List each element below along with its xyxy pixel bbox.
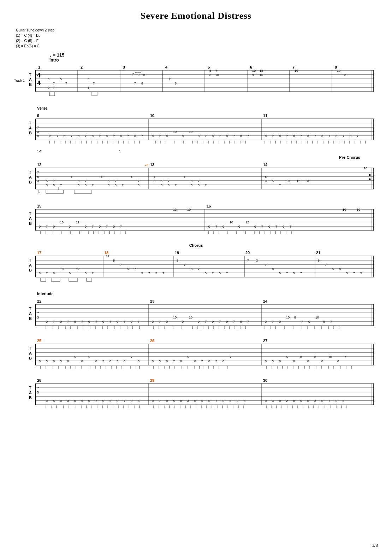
- svg-text:7: 7: [300, 134, 302, 138]
- svg-text:0: 0: [293, 134, 295, 138]
- svg-text:5: 5: [161, 179, 162, 183]
- svg-text:5: 5: [74, 355, 76, 359]
- svg-text:0: 0: [279, 399, 281, 403]
- svg-text:0: 0: [293, 360, 295, 363]
- svg-text:0: 0: [222, 360, 224, 363]
- svg-text:0: 0: [64, 134, 65, 138]
- interlude2-staff-system: T A B 25 26 27 0 5 0 5 0 5 0 5 0: [14, 337, 378, 370]
- prechorus2-staff-svg: T A B 15 16 0 7 0 10 0 12 0 7 0 7 0: [14, 202, 378, 234]
- svg-text:5: 5: [272, 360, 274, 363]
- svg-text:0: 0: [166, 134, 168, 138]
- svg-text:7: 7: [120, 263, 122, 267]
- svg-text:0: 0: [117, 320, 118, 323]
- svg-text:5: 5: [81, 399, 83, 403]
- svg-text:10: 10: [60, 221, 64, 224]
- svg-text:0: 0: [49, 134, 51, 138]
- svg-text:0: 0: [212, 320, 214, 323]
- svg-text:7: 7: [37, 171, 39, 174]
- svg-text:8: 8: [177, 259, 178, 262]
- svg-text:7: 7: [215, 399, 217, 403]
- svg-text:0: 0: [74, 320, 76, 323]
- svg-text:5: 5: [88, 77, 89, 81]
- svg-text:0: 0: [265, 360, 267, 363]
- svg-text:7: 7: [53, 82, 55, 85]
- svg-text:0: 0: [48, 77, 49, 81]
- svg-text:5: 5: [138, 183, 139, 187]
- svg-text:7: 7: [53, 179, 55, 183]
- svg-text:T: T: [29, 386, 31, 390]
- svg-text:5: 5: [131, 175, 132, 179]
- svg-text:0: 0: [265, 320, 267, 323]
- svg-text:0: 0: [226, 134, 228, 138]
- svg-text:3: 3: [108, 183, 109, 187]
- svg-text:7: 7: [247, 134, 249, 138]
- svg-text:30: 30: [263, 378, 267, 382]
- svg-text:0: 0: [131, 399, 132, 403]
- svg-text:0: 0: [117, 399, 118, 403]
- svg-text:5: 5: [279, 271, 281, 275]
- svg-text:7: 7: [279, 183, 281, 187]
- svg-text:0: 0: [88, 399, 90, 403]
- svg-text:2: 2: [286, 399, 288, 403]
- svg-text:7: 7: [148, 271, 150, 275]
- svg-text:7: 7: [37, 311, 39, 315]
- svg-text:7: 7: [85, 134, 87, 138]
- svg-text:7: 7: [53, 320, 55, 323]
- svg-text:4: 4: [37, 72, 41, 79]
- svg-text:3: 3: [154, 179, 155, 183]
- svg-text:5: 5: [155, 271, 157, 275]
- svg-text:10: 10: [343, 208, 346, 211]
- svg-text:7: 7: [141, 134, 143, 138]
- svg-text:0: 0: [74, 399, 76, 403]
- intro-staff-svg: Track 1 T A B 1 2 3 4 5: [14, 63, 378, 97]
- svg-text:7: 7: [330, 320, 332, 323]
- svg-text:0: 0: [335, 399, 337, 403]
- svg-text:7: 7: [65, 82, 67, 85]
- svg-text:7: 7: [124, 399, 125, 403]
- svg-text:7: 7: [286, 134, 288, 138]
- svg-text:20: 20: [245, 251, 250, 255]
- svg-text:10: 10: [286, 179, 290, 183]
- interlude3-staff-svg: T A B 28 29 30 7 5 0 5 0 3 0 5 0: [14, 376, 378, 408]
- svg-text:0: 0: [182, 320, 184, 323]
- svg-text:5: 5: [184, 175, 185, 179]
- svg-text:7: 7: [353, 271, 355, 275]
- prechorus-staff-svg: T A B 12 x3 13 14 7 5 3 5 7 3: [14, 161, 378, 194]
- svg-text:5: 5: [159, 360, 161, 363]
- svg-text:0: 0: [92, 134, 94, 138]
- svg-text:10: 10: [173, 316, 177, 319]
- svg-text:8: 8: [175, 82, 177, 85]
- svg-text:7: 7: [205, 320, 207, 323]
- svg-text:7: 7: [212, 271, 214, 275]
- svg-text:0: 0: [81, 360, 83, 363]
- svg-text:0: 0: [208, 360, 210, 363]
- svg-text:22: 22: [37, 299, 41, 303]
- svg-text:0: 0: [134, 134, 136, 138]
- svg-text:0: 0: [198, 134, 200, 138]
- svg-text:8: 8: [314, 355, 316, 359]
- svg-text:4: 4: [37, 80, 41, 87]
- svg-text:3: 3: [46, 183, 48, 187]
- svg-text:5: 5: [154, 175, 155, 179]
- svg-text:7: 7: [226, 271, 228, 275]
- svg-text:5: 5: [109, 399, 111, 403]
- svg-text:5: 5: [346, 271, 348, 275]
- svg-text:B: B: [29, 396, 32, 400]
- svg-text:5: 5: [209, 69, 211, 72]
- svg-text:12: 12: [297, 179, 300, 183]
- svg-text:0: 0: [208, 225, 210, 228]
- svg-text:5: 5: [53, 399, 55, 403]
- svg-text:7: 7: [37, 386, 39, 390]
- svg-text:5: 5: [219, 271, 221, 275]
- svg-text:7: 7: [122, 183, 124, 187]
- svg-text:T: T: [29, 121, 31, 125]
- svg-text:3: 3: [244, 399, 245, 403]
- prechorus2-staff-system: T A B 15 16 0 7 0 10 0 12 0 7 0 7 0: [14, 202, 378, 235]
- svg-text:15: 15: [37, 204, 41, 208]
- svg-text:0: 0: [222, 225, 224, 228]
- svg-text:0: 0: [102, 320, 104, 323]
- svg-text:12: 12: [106, 255, 109, 258]
- svg-text:5: 5: [46, 360, 48, 363]
- svg-text:0: 0: [279, 320, 281, 323]
- svg-text:7: 7: [357, 134, 358, 138]
